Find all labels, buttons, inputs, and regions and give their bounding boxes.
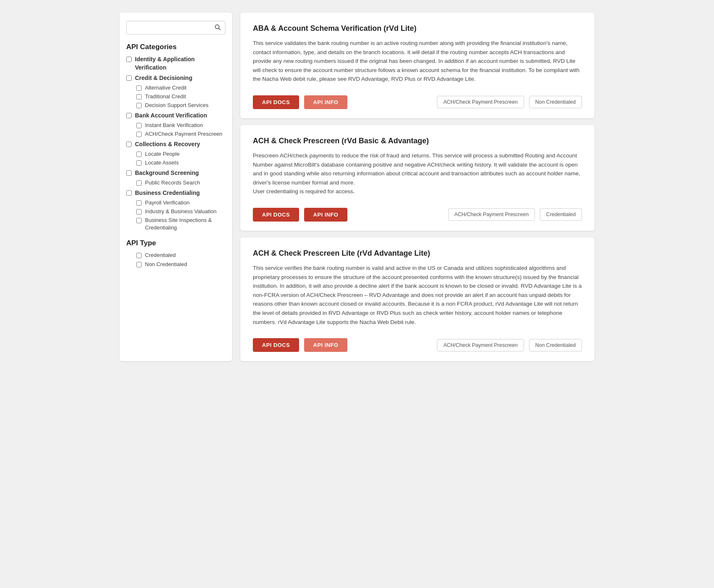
instant-bank-label: Instant Bank Verification	[145, 122, 203, 129]
card-ach-docs-button[interactable]: API DOCS	[253, 208, 299, 222]
card-ach-title: ACH & Check Prescreen (rVd Basic & Advan…	[253, 137, 582, 145]
category-bank-label: Bank Account Verification	[135, 112, 207, 120]
card-aba-title: ABA & Account Schema Verification (rVd L…	[253, 24, 582, 33]
card-ach-lite-info-button[interactable]: API INFO	[304, 338, 347, 352]
checkbox-identity[interactable]	[126, 57, 132, 62]
card-aba-description: This service validates the bank routing …	[253, 39, 582, 84]
card-ach-lite-docs-button[interactable]: API DOCS	[253, 338, 299, 352]
category-group-identity: Identity & Application Verification	[126, 55, 225, 72]
card-aba-account: ABA & Account Schema Verification (rVd L…	[240, 12, 594, 118]
checkbox-biz-site[interactable]	[136, 218, 142, 223]
search-box[interactable]	[126, 21, 225, 35]
ach-check-label: ACH/Check Payment Prescreen	[145, 130, 222, 138]
card-aba-info-button[interactable]: API INFO	[304, 95, 347, 109]
child-payroll[interactable]: Payroll Verification	[136, 199, 225, 207]
category-group-credit: Credit & Decisioning Alternative Credit …	[126, 74, 225, 109]
checkbox-locate-assets[interactable]	[136, 160, 142, 166]
category-credit[interactable]: Credit & Decisioning	[126, 74, 225, 82]
industry-label: Industry & Business Valuation	[145, 208, 217, 215]
child-public-records[interactable]: Public Records Search	[136, 179, 225, 187]
api-type-options: Credentialed Non Credentialed	[136, 252, 225, 268]
category-business-label: Business Credentialing	[135, 189, 200, 197]
child-ach-check[interactable]: ACH/Check Payment Prescreen	[136, 130, 225, 138]
locate-assets-label: Locate Assets	[145, 159, 179, 167]
card-aba-category-tag: ACH/Check Payment Prescreen	[437, 96, 524, 108]
card-ach-lite-title: ACH & Check Prescreen Lite (rVd Advantag…	[253, 249, 582, 258]
checkbox-decision-support[interactable]	[136, 103, 142, 108]
business-children: Payroll Verification Industry & Business…	[136, 199, 225, 232]
child-locate-assets[interactable]: Locate Assets	[136, 159, 225, 167]
locate-people-label: Locate People	[145, 150, 180, 158]
public-records-label: Public Records Search	[145, 179, 200, 187]
payroll-label: Payroll Verification	[145, 199, 190, 207]
collections-children: Locate People Locate Assets	[136, 150, 225, 167]
child-industry[interactable]: Industry & Business Valuation	[136, 208, 225, 215]
checkbox-ach-check[interactable]	[136, 132, 142, 137]
credentialed-label: Credentialed	[145, 252, 176, 259]
type-credentialed[interactable]: Credentialed	[136, 252, 225, 259]
category-bank[interactable]: Bank Account Verification	[126, 112, 225, 120]
checkbox-background[interactable]	[126, 170, 132, 176]
checkbox-instant-bank[interactable]	[136, 123, 142, 128]
decision-support-label: Decision Support Services	[145, 102, 208, 109]
card-ach-lite-credential-tag: Non Credentialed	[529, 339, 582, 351]
checkbox-locate-people[interactable]	[136, 152, 142, 157]
child-biz-site[interactable]: Business Site Inspections & Credentialin…	[136, 217, 225, 232]
child-decision-support[interactable]: Decision Support Services	[136, 102, 225, 109]
trad-credit-label: Traditional Credit	[145, 93, 186, 100]
category-identity[interactable]: Identity & Application Verification	[126, 55, 225, 72]
checkbox-alt-credit[interactable]	[136, 85, 142, 91]
type-non-credentialed[interactable]: Non Credentialed	[136, 261, 225, 268]
card-ach-lite-footer: API DOCS API INFO ACH/Check Payment Pres…	[253, 338, 582, 352]
child-locate-people[interactable]: Locate People	[136, 150, 225, 158]
checkbox-bank[interactable]	[126, 113, 132, 118]
checkbox-credit[interactable]	[126, 75, 132, 81]
card-ach-credential-tag: Credentialed	[540, 208, 582, 221]
card-aba-docs-button[interactable]: API DOCS	[253, 95, 299, 109]
checkbox-trad-credit[interactable]	[136, 94, 142, 100]
category-credit-label: Credit & Decisioning	[135, 74, 192, 82]
child-trad-credit[interactable]: Traditional Credit	[136, 93, 225, 100]
search-button[interactable]	[214, 24, 221, 32]
category-group-business: Business Credentialing Payroll Verificat…	[126, 189, 225, 232]
svg-line-1	[219, 28, 220, 30]
bank-children: Instant Bank Verification ACH/Check Paym…	[136, 122, 225, 138]
background-children: Public Records Search	[136, 179, 225, 187]
child-alt-credit[interactable]: Alternative Credit	[136, 84, 225, 92]
card-aba-footer: API DOCS API INFO ACH/Check Payment Pres…	[253, 95, 582, 109]
card-ach-lite-description: This service verifies the bank routing n…	[253, 264, 582, 326]
categories-title: API Categories	[126, 43, 225, 51]
sidebar: API Categories Identity & Application Ve…	[120, 12, 232, 361]
search-input[interactable]	[131, 25, 214, 31]
card-aba-credential-tag: Non Credentialed	[529, 96, 582, 108]
category-group-bank: Bank Account Verification Instant Bank V…	[126, 112, 225, 138]
alt-credit-label: Alternative Credit	[145, 84, 187, 92]
checkbox-collections[interactable]	[126, 142, 132, 147]
child-instant-bank[interactable]: Instant Bank Verification	[136, 122, 225, 129]
card-ach-category-tag: ACH/Check Payment Prescreen	[448, 208, 535, 221]
checkbox-payroll[interactable]	[136, 200, 142, 206]
main-content: ABA & Account Schema Verification (rVd L…	[240, 12, 594, 361]
checkbox-credentialed[interactable]	[136, 253, 142, 258]
category-identity-label: Identity & Application Verification	[135, 55, 225, 72]
category-collections[interactable]: Collections & Recovery	[126, 140, 225, 149]
category-business[interactable]: Business Credentialing	[126, 189, 225, 197]
card-ach-info-button[interactable]: API INFO	[304, 208, 347, 222]
credit-children: Alternative Credit Traditional Credit De…	[136, 84, 225, 110]
checkbox-non-credentialed[interactable]	[136, 262, 142, 267]
search-icon	[214, 24, 221, 30]
checkbox-public-records[interactable]	[136, 180, 142, 186]
category-group-background: Background Screening Public Records Sear…	[126, 169, 225, 187]
non-credentialed-label: Non Credentialed	[145, 261, 187, 268]
card-ach-lite: ACH & Check Prescreen Lite (rVd Advantag…	[240, 237, 594, 361]
api-type-title: API Type	[126, 239, 225, 247]
checkbox-industry[interactable]	[136, 209, 142, 214]
category-collections-label: Collections & Recovery	[135, 140, 200, 149]
card-ach-prescreen: ACH & Check Prescreen (rVd Basic & Advan…	[240, 125, 594, 231]
category-group-collections: Collections & Recovery Locate People Loc…	[126, 140, 225, 167]
category-background[interactable]: Background Screening	[126, 169, 225, 177]
category-background-label: Background Screening	[135, 169, 199, 177]
card-ach-description: Prescreen ACH/check payments to reduce t…	[253, 151, 582, 196]
checkbox-business[interactable]	[126, 190, 132, 196]
card-ach-lite-category-tag: ACH/Check Payment Prescreen	[437, 339, 524, 351]
